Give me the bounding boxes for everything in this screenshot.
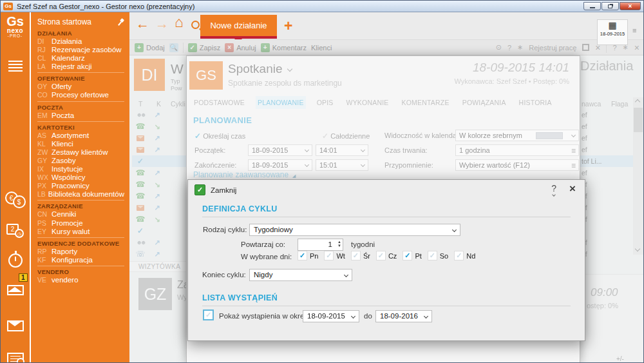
modal-x-button[interactable]: ×	[569, 182, 576, 195]
tab-komentarze[interactable]: KOMENTARZE	[400, 96, 451, 109]
close-button[interactable]: ×	[620, 2, 641, 10]
table-row[interactable]: ☻☻↗	[132, 237, 186, 248]
table-row[interactable]: ↗	[132, 132, 186, 144]
tab-powiązania[interactable]: POWIĄZANIA	[460, 96, 508, 109]
sidebar-item-rj[interactable]: RJRezerwacje zasobów	[37, 46, 124, 54]
rodzaj-cyklu-select[interactable]: Tygodniowy	[249, 224, 460, 236]
menu-lines-icon[interactable]: ≡	[571, 161, 576, 171]
mail-open-icon[interactable]: 1	[1, 280, 30, 295]
powtarzaj-spinner[interactable]: 1 ▲▼	[298, 239, 343, 251]
okreslaj-czas-checkbox[interactable]: ✓ Określaj czas	[194, 132, 245, 141]
day-checkbox[interactable]: ✓	[324, 251, 334, 260]
list-item[interactable]: ef	[579, 179, 633, 190]
day-so[interactable]: ✓So	[428, 251, 448, 260]
day-checkbox[interactable]: ✓	[454, 251, 464, 260]
tab-planowanie[interactable]: PLANOWANIE	[256, 96, 306, 109]
sidebar-item-wx[interactable]: WXWspólnicy	[37, 173, 124, 182]
sidebar-item-em[interactable]: EMPoczta	[37, 112, 124, 120]
list-item[interactable]: ef	[579, 202, 633, 213]
widget-menu-icon[interactable]: ≡	[632, 26, 636, 34]
sidebar-item-zw[interactable]: ZWZestawy klientów	[37, 148, 124, 157]
calendar-clock-icon[interactable]: 2◷	[1, 224, 30, 238]
date-widget[interactable]: ▦ 18-09-2015	[597, 19, 628, 45]
sidebar-item-cn[interactable]: CNCenniki	[37, 210, 124, 219]
czas-trwania-field[interactable]: 1 godzina≡	[455, 144, 579, 156]
sidebar-item-cl[interactable]: CLKalendarz	[37, 54, 124, 63]
table-row[interactable]: ☎↘	[132, 213, 186, 225]
calodzienne-checkbox[interactable]: ✓ Całodzienne	[322, 132, 370, 141]
column-header-k[interactable]: K	[156, 100, 161, 108]
table-row[interactable]: ☎↘	[132, 121, 186, 132]
column-header-wykonawca[interactable]: nawca	[582, 100, 601, 108]
stopwatch-icon[interactable]	[1, 253, 30, 268]
list-item[interactable]: tof Li...	[579, 155, 633, 167]
tab-opis[interactable]: OPIS	[315, 96, 336, 109]
table-row[interactable]: ☎↗	[132, 167, 186, 179]
sidebar-item-as[interactable]: ASAsortyment	[37, 132, 124, 140]
day-pt[interactable]: ✓Pt	[402, 251, 421, 260]
restore-button[interactable]	[601, 2, 619, 10]
sidebar-item-gy[interactable]: GYZasoby	[37, 157, 124, 165]
list-item[interactable]: ef	[579, 121, 633, 132]
sidebar-item-rp[interactable]: RPRaporty	[37, 248, 124, 256]
list-item[interactable]: ef	[579, 167, 633, 179]
day-checkbox[interactable]: ✓	[428, 251, 437, 260]
scroll-down-icon[interactable]	[635, 246, 640, 251]
modal-close-button[interactable]: ✓ Zamknij	[194, 184, 236, 195]
modal-help-button[interactable]: ?	[551, 184, 556, 196]
column-header-t[interactable]: T	[138, 100, 142, 108]
sidebar-item-kl[interactable]: KLKlienci	[37, 140, 124, 148]
day-śr[interactable]: ✓Śr	[351, 251, 370, 260]
table-row[interactable]: ↗	[132, 144, 186, 155]
sidebar-item-co[interactable]: COProcesy ofertowe	[37, 91, 124, 99]
list-item[interactable]: ef	[579, 144, 633, 155]
poczatek-time-select[interactable]: 14:01	[316, 144, 368, 156]
table-row[interactable]: ↗	[132, 202, 186, 213]
scrollbar-thumb[interactable]	[634, 108, 643, 132]
day-nd[interactable]: ✓Nd	[454, 251, 475, 260]
finance-coins-icon[interactable]: €$	[1, 191, 30, 208]
certificate-icon[interactable]	[1, 353, 30, 363]
chevron-down-icon[interactable]	[287, 66, 292, 72]
scroll-up-icon[interactable]	[635, 99, 640, 104]
tab-historia[interactable]: HISTORIA	[517, 96, 554, 109]
poczatek-date-select[interactable]: 18-09-2015	[248, 144, 312, 156]
menu-hamburger-icon[interactable]	[1, 59, 30, 74]
plus-minus-control[interactable]: +/-	[616, 355, 624, 362]
list-item[interactable]: ef	[579, 237, 633, 248]
zakonczenie-date-select[interactable]: 18-09-2015	[248, 159, 312, 171]
column-header-cykl[interactable]: Cykli	[171, 100, 185, 108]
okres-od-select[interactable]: 18-09-2015	[303, 310, 359, 322]
spinner-arrows-icon[interactable]: ▲▼	[337, 240, 341, 248]
sidebar-item-strona-startowa[interactable]: Strona startowa	[37, 16, 129, 28]
day-checkbox[interactable]: ✓	[298, 251, 307, 260]
sidebar-item-ps[interactable]: PSPromocje	[37, 219, 124, 228]
day-wt[interactable]: ✓Wt	[324, 251, 345, 260]
sidebar-item-ey[interactable]: EYKursy walut	[37, 228, 124, 236]
list-item[interactable]: ef	[579, 109, 633, 121]
sidebar-item-lb[interactable]: LBBiblioteka dokumentów	[37, 190, 124, 199]
koniec-cyklu-select[interactable]: Nigdy	[249, 269, 352, 281]
table-row[interactable]: ☏↗	[132, 248, 186, 260]
day-checkbox[interactable]: ✓	[351, 251, 361, 260]
day-checkbox[interactable]: ✓	[402, 251, 412, 260]
table-row[interactable]: ✓	[132, 155, 186, 167]
sidebar-item-kf[interactable]: KFKonfiguracja	[37, 256, 124, 264]
mail-icon[interactable]	[1, 320, 30, 331]
zakonczenie-time-select[interactable]: 15:01	[316, 159, 368, 171]
day-pn[interactable]: ✓Pn	[298, 251, 318, 260]
day-cz[interactable]: ✓Cz	[376, 251, 397, 260]
sidebar-item-oy[interactable]: OYOferty	[37, 83, 124, 91]
sidebar-item-la[interactable]: LARejestr akcji	[37, 63, 124, 71]
tab-podstawowe[interactable]: PODSTAWOWE	[192, 96, 247, 109]
list-item[interactable]: ef	[579, 132, 633, 144]
sidebar-item-di[interactable]: DIDziałania	[37, 37, 124, 46]
scrollbar[interactable]	[633, 97, 643, 255]
pokaz-checkbox[interactable]: ✓	[203, 309, 214, 320]
table-row[interactable]: ☎↗	[132, 190, 186, 202]
table-row[interactable]: ☻☻↗	[132, 109, 186, 121]
advanced-planning-link[interactable]: Planowanie zaawansowane	[193, 170, 296, 179]
minimize-button[interactable]	[583, 2, 601, 10]
sidebar-item-ve[interactable]: VEvendero	[37, 276, 124, 284]
table-row[interactable]: ☎↘	[132, 179, 186, 190]
